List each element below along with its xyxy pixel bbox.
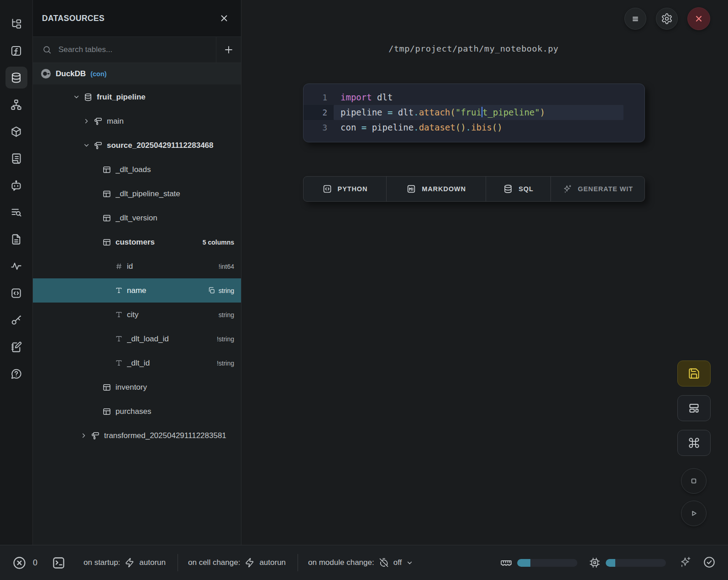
tree-item-_dlt_loads[interactable]: _dlt_loads bbox=[33, 157, 241, 182]
table-icon bbox=[102, 165, 111, 174]
tree-item-label: inventory bbox=[115, 383, 147, 392]
code-text[interactable]: con = pipeline.dataset().ibis() bbox=[334, 120, 623, 135]
segment-value: off bbox=[393, 558, 402, 567]
rail-item-list-search[interactable] bbox=[5, 201, 27, 223]
tree-item-purchases[interactable]: purchases bbox=[33, 399, 241, 423]
add-cell-label: MARKDOWN bbox=[422, 185, 466, 193]
tree-item-label: id bbox=[127, 262, 133, 271]
code-line-3: 3con = pipeline.dataset().ibis() bbox=[304, 120, 644, 135]
add-cell-label: GENERATE WIT bbox=[578, 185, 633, 193]
tree-item-label: city bbox=[127, 310, 139, 319]
tree-item-type: string bbox=[219, 287, 234, 294]
rail-item-bot-message[interactable] bbox=[5, 174, 27, 196]
statusbar-on-startup[interactable]: on startup:autorun bbox=[84, 557, 166, 568]
play-button[interactable] bbox=[681, 501, 707, 526]
table-icon bbox=[102, 407, 111, 416]
tree-item-_dlt_id[interactable]: _dlt_id!string bbox=[33, 351, 241, 375]
code-line-1: 1import dlt bbox=[304, 90, 644, 105]
tree-item-_dlt_load_id[interactable]: _dlt_load_id!string bbox=[33, 327, 241, 351]
line-number: 1 bbox=[304, 90, 334, 105]
tree-item-label: _dlt_pipeline_state bbox=[115, 189, 180, 199]
errors-indicator[interactable]: 0 bbox=[12, 555, 37, 570]
chevron-right-icon bbox=[82, 117, 90, 125]
add-cell-markdown-button[interactable]: MARKDOWN bbox=[387, 177, 486, 201]
ai-sparkles-button[interactable] bbox=[679, 556, 691, 570]
close-button[interactable] bbox=[687, 7, 710, 30]
table-icon bbox=[102, 189, 111, 199]
tree-item-label: main bbox=[107, 117, 124, 126]
rail-item-sitemap[interactable] bbox=[5, 94, 27, 115]
close-x-icon bbox=[693, 13, 704, 24]
tree-item-id[interactable]: id!int64 bbox=[33, 254, 241, 278]
statusbar-on-module-change[interactable]: on module change:off bbox=[308, 557, 414, 568]
rail-item-scroll-text[interactable] bbox=[5, 147, 27, 169]
code-cell[interactable]: 1import dlt2pipeline = dlt.attach("fruit… bbox=[303, 84, 645, 142]
sparkles-icon bbox=[679, 556, 691, 569]
tree-item-source_202504291112283468[interactable]: source_202504291112283468 bbox=[33, 133, 241, 157]
type-icon bbox=[115, 359, 123, 367]
gear-button[interactable] bbox=[656, 8, 678, 30]
scroll-text-icon bbox=[10, 152, 22, 165]
database-icon bbox=[84, 93, 93, 102]
menu-button[interactable] bbox=[624, 8, 646, 30]
rail-item-activity[interactable] bbox=[5, 255, 27, 277]
error-count: 0 bbox=[33, 558, 37, 568]
tree-item-label: fruit_pipeline bbox=[97, 93, 146, 102]
duckdb-logo-icon bbox=[41, 68, 51, 79]
terminal-icon bbox=[51, 555, 66, 570]
menu-icon bbox=[630, 13, 641, 24]
segment-value: autorun bbox=[259, 558, 286, 567]
connection-row[interactable]: DuckDB (con) bbox=[33, 63, 241, 84]
rail-item-key[interactable] bbox=[5, 309, 27, 331]
tree-item-label: _dlt_id bbox=[127, 359, 150, 368]
segment-value: autorun bbox=[139, 558, 166, 567]
ram-usage-fill bbox=[517, 559, 530, 567]
circle-check-icon bbox=[702, 555, 716, 569]
statusbar-on-cell-change[interactable]: on cell change:autorun bbox=[188, 557, 286, 568]
rail-item-file-text[interactable] bbox=[5, 228, 27, 250]
rail-item-function-square[interactable] bbox=[5, 40, 27, 62]
save-button[interactable] bbox=[677, 361, 711, 387]
panel-close-button[interactable] bbox=[216, 10, 232, 26]
tree-item-label: _dlt_load_id bbox=[127, 334, 169, 344]
add-cell-sql-button[interactable]: SQL bbox=[486, 177, 551, 201]
kernel-status-button[interactable] bbox=[702, 555, 716, 570]
tree-item-main[interactable]: main bbox=[33, 109, 241, 133]
add-cell-python-button[interactable]: PYTHON bbox=[304, 177, 387, 201]
panel-title: DATASOURCES bbox=[42, 14, 105, 23]
sparkles-icon bbox=[562, 184, 572, 194]
command-button[interactable] bbox=[677, 430, 711, 456]
add-cell-generate-wit-button[interactable]: GENERATE WIT bbox=[551, 177, 644, 201]
tree-item-label: customers bbox=[115, 238, 155, 247]
cell-actions bbox=[677, 361, 711, 456]
table-icon bbox=[102, 383, 111, 392]
rail-item-database[interactable] bbox=[5, 67, 27, 89]
add-connection-button[interactable] bbox=[216, 37, 241, 63]
gear-icon bbox=[661, 13, 673, 25]
layout-panels-icon bbox=[688, 402, 700, 414]
stop-button[interactable] bbox=[681, 468, 707, 494]
tree-item-inventory[interactable]: inventory bbox=[33, 375, 241, 399]
rail-item-notebook-pen[interactable] bbox=[5, 336, 27, 358]
tree-item-fruit_pipeline[interactable]: fruit_pipeline bbox=[33, 85, 241, 109]
tree-item-type: string bbox=[219, 311, 234, 319]
rail-item-package[interactable] bbox=[5, 120, 27, 142]
tree-item-_dlt_pipeline_state[interactable]: _dlt_pipeline_state bbox=[33, 182, 241, 206]
terminal-button[interactable] bbox=[51, 555, 66, 570]
layout-panels-button[interactable] bbox=[677, 395, 711, 421]
code-text[interactable]: pipeline = dlt.attach("fruit_pipeline") bbox=[334, 105, 623, 120]
rail-item-code-square[interactable] bbox=[5, 282, 27, 304]
segment-label: on startup: bbox=[84, 558, 120, 567]
code-text[interactable]: import dlt bbox=[334, 90, 623, 105]
tree-item-label: transformed_202504291112283581 bbox=[104, 431, 226, 440]
tree-item-name[interactable]: namestring bbox=[33, 278, 241, 303]
tree-item-customers[interactable]: customers5 columns bbox=[33, 230, 241, 254]
line-number: 2 bbox=[304, 105, 334, 120]
tree-item-label: purchases bbox=[115, 407, 151, 416]
rail-item-help-circle[interactable] bbox=[5, 363, 27, 385]
rail-item-file-tree[interactable] bbox=[5, 13, 27, 35]
search-input[interactable] bbox=[58, 45, 216, 55]
tree-item-_dlt_version[interactable]: _dlt_version bbox=[33, 206, 241, 230]
tree-item-city[interactable]: citystring bbox=[33, 303, 241, 327]
tree-item-transformed_202504291112283581[interactable]: transformed_202504291112283581 bbox=[33, 423, 241, 448]
